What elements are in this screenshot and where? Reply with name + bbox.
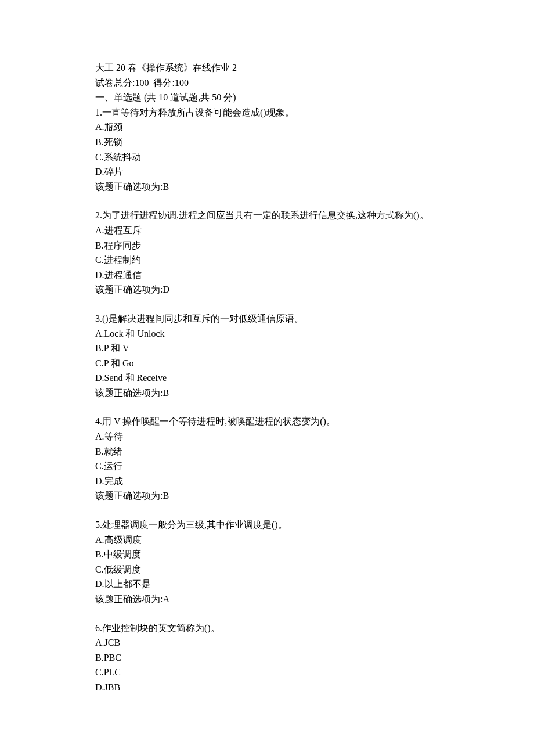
answer-line: 该题正确选项为:A <box>95 592 439 607</box>
answer-line: 该题正确选项为:B <box>95 386 439 401</box>
option-a: A.高级调度 <box>95 532 439 548</box>
option-c: C.PLC <box>95 665 439 680</box>
option-d: D.完成 <box>95 474 439 489</box>
option-c: C.系统抖动 <box>95 150 439 165</box>
question-stem: 4.用 V 操作唤醒一个等待进程时,被唤醒进程的状态变为()。 <box>95 414 439 429</box>
question-block: 4.用 V 操作唤醒一个等待进程时,被唤醒进程的状态变为()。 A.等待 B.就… <box>95 414 439 503</box>
score-line: 试卷总分:100 得分:100 <box>95 75 439 91</box>
option-a: A.等待 <box>95 429 439 444</box>
option-b: B.就绪 <box>95 444 439 459</box>
option-b: B.P 和 V <box>95 341 439 356</box>
option-a: A.进程互斥 <box>95 223 439 238</box>
option-a: A.JCB <box>95 635 439 650</box>
question-block: 6.作业控制块的英文简称为()。 A.JCB B.PBC C.PLC D.JBB <box>95 621 439 695</box>
option-b: B.死锁 <box>95 135 439 150</box>
question-stem: 2.为了进行进程协调,进程之间应当具有一定的联系进行信息交换,这种方式称为()。 <box>95 208 439 223</box>
question-block: 2.为了进行进程协调,进程之间应当具有一定的联系进行信息交换,这种方式称为()。… <box>95 208 439 297</box>
question-stem: 3.()是解决进程间同步和互斥的一对低级通信原语。 <box>95 311 439 326</box>
option-d: D.Send 和 Receive <box>95 370 439 386</box>
option-d: D.以上都不是 <box>95 577 439 592</box>
answer-line: 该题正确选项为:D <box>95 282 439 297</box>
option-b: B.PBC <box>95 650 439 665</box>
question-stem: 1.一直等待对方释放所占设备可能会造成()现象。 <box>95 105 439 120</box>
doc-title: 大工 20 春《操作系统》在线作业 2 <box>95 60 439 75</box>
question-stem: 5.处理器调度一般分为三级,其中作业调度是()。 <box>95 517 439 532</box>
option-c: C.P 和 Go <box>95 356 439 371</box>
option-a: A.Lock 和 Unlock <box>95 326 439 341</box>
header-block: 大工 20 春《操作系统》在线作业 2 试卷总分:100 得分:100 一、单选… <box>95 60 439 194</box>
option-b: B.程序同步 <box>95 238 439 253</box>
option-b: B.中级调度 <box>95 547 439 562</box>
answer-line: 该题正确选项为:B <box>95 179 439 195</box>
question-stem: 6.作业控制块的英文简称为()。 <box>95 621 439 636</box>
option-c: C.低级调度 <box>95 562 439 577</box>
section-header: 一、单选题 (共 10 道试题,共 50 分) <box>95 90 439 105</box>
option-d: D.JBB <box>95 680 439 695</box>
option-c: C.进程制约 <box>95 253 439 268</box>
question-block: 3.()是解决进程间同步和互斥的一对低级通信原语。 A.Lock 和 Unloc… <box>95 311 439 401</box>
answer-line: 该题正确选项为:B <box>95 488 439 503</box>
question-block: 5.处理器调度一般分为三级,其中作业调度是()。 A.高级调度 B.中级调度 C… <box>95 517 439 607</box>
option-d: D.碎片 <box>95 164 439 179</box>
document-page: 大工 20 春《操作系统》在线作业 2 试卷总分:100 得分:100 一、单选… <box>0 0 534 756</box>
top-rule <box>95 44 439 44</box>
option-d: D.进程通信 <box>95 268 439 283</box>
option-c: C.运行 <box>95 459 439 474</box>
option-a: A.瓶颈 <box>95 120 439 135</box>
